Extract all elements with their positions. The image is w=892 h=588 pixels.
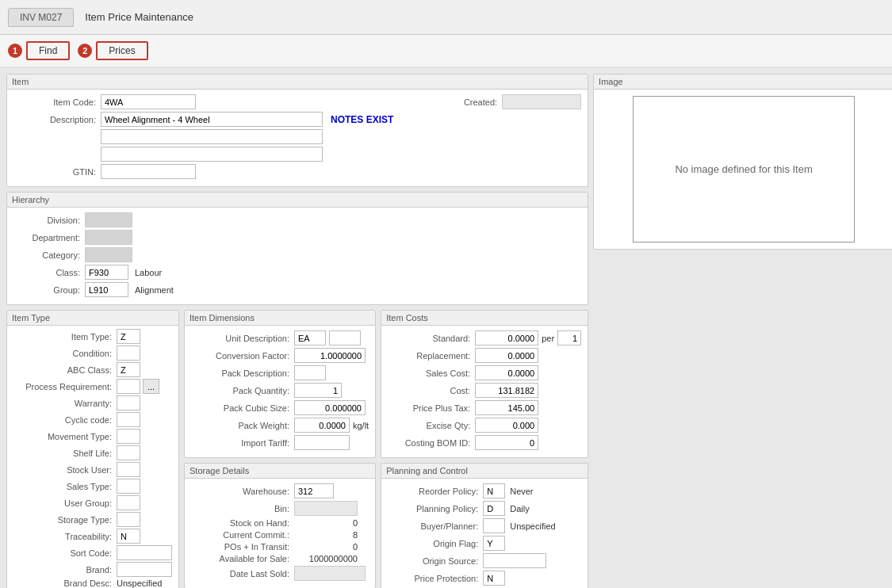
planning-panel: Planning and Control Reorder Policy: Nev…: [381, 463, 588, 588]
pack-weight-row: Pack Weight: kg/lt: [191, 418, 369, 433]
planning-policy-code-input[interactable]: [483, 501, 505, 516]
available-row: Available for Sale: 1000000000: [191, 554, 369, 563]
notes-exist-link[interactable]: NOTES EXIST: [331, 114, 393, 125]
user-group-row: User Group:: [13, 495, 172, 510]
excise-qty-input[interactable]: [475, 418, 538, 433]
right-column: Image No image defined for this Item: [593, 74, 892, 588]
item-costs-panel: Item Costs Standard: per Replacement:: [381, 310, 588, 458]
find-button[interactable]: Find: [26, 41, 70, 60]
stock-user-input[interactable]: [117, 462, 140, 477]
description-label: Description:: [13, 115, 101, 124]
item-costs-body: Standard: per Replacement: Sales Cost:: [381, 326, 588, 457]
excise-qty-row: Excise Qty:: [388, 418, 581, 433]
warranty-input[interactable]: [117, 395, 140, 410]
step1-badge: 1: [8, 44, 22, 58]
process-req-browse-btn[interactable]: ...: [143, 379, 159, 394]
storage-type-input[interactable]: [117, 512, 140, 527]
item-code-label: Item Code:: [13, 97, 101, 107]
abc-class-input[interactable]: [117, 362, 140, 377]
origin-source-input[interactable]: [483, 553, 546, 568]
conversion-factor-input[interactable]: [294, 348, 366, 363]
pack-qty-input[interactable]: [294, 383, 342, 398]
item-type-input[interactable]: [117, 329, 140, 344]
stock-user-row: Stock User:: [13, 462, 172, 477]
buyer-planner-desc: Unspecified: [510, 521, 555, 531]
unit-desc-extra-input[interactable]: [329, 330, 361, 346]
warehouse-input[interactable]: [294, 483, 334, 498]
process-req-input[interactable]: [117, 379, 140, 394]
planning-policy-row: Planning Policy: Daily: [388, 501, 581, 516]
page-title: Item Price Maintenance: [77, 11, 193, 23]
prices-button[interactable]: Prices: [96, 41, 147, 60]
condition-input[interactable]: [117, 346, 140, 361]
description-input[interactable]: [101, 112, 323, 127]
planning-panel-title: Planning and Control: [381, 464, 588, 479]
standard-input[interactable]: [475, 330, 538, 346]
sales-cost-label: Sales Cost:: [388, 368, 475, 378]
user-group-input[interactable]: [117, 495, 140, 510]
brand-row: Brand:: [13, 562, 172, 577]
price-plus-tax-label: Price Plus Tax:: [388, 403, 475, 413]
price-plus-tax-input[interactable]: [475, 400, 538, 415]
import-tariff-input[interactable]: [294, 435, 350, 450]
pack-desc-input[interactable]: [294, 365, 326, 380]
reorder-policy-desc: Never: [510, 487, 533, 496]
module-tab[interactable]: INV M027: [8, 8, 74, 27]
planning-policy-desc: Daily: [510, 504, 529, 514]
pack-weight-unit: kg/lt: [353, 421, 369, 430]
cyclic-code-input[interactable]: [117, 412, 140, 427]
division-input[interactable]: [85, 212, 132, 227]
gtin-input[interactable]: [101, 164, 196, 179]
buyer-planner-label: Buyer/Planner:: [388, 521, 483, 531]
replacement-input[interactable]: [475, 348, 538, 363]
traceability-input[interactable]: [117, 529, 140, 544]
image-panel: Image No image defined for this Item: [593, 74, 892, 250]
buyer-planner-row: Buyer/Planner: Unspecified: [388, 518, 581, 533]
brand-desc-value: Unspecified: [117, 578, 162, 588]
sales-type-input[interactable]: [117, 479, 140, 494]
unit-desc-label: Unit Description:: [191, 334, 294, 343]
per-value-input[interactable]: [557, 330, 581, 346]
image-placeholder: No image defined for this Item: [633, 96, 855, 242]
gtin-label: GTIN:: [13, 167, 101, 177]
hierarchy-panel: Hierarchy Division: Department: Category…: [6, 192, 588, 305]
per-label: per: [542, 334, 554, 343]
costing-bom-input[interactable]: [475, 435, 538, 450]
image-panel-body: No image defined for this Item: [594, 90, 892, 249]
cost-label: Cost:: [388, 386, 475, 395]
sort-code-input[interactable]: [117, 545, 172, 560]
desc-line3-input[interactable]: [101, 147, 323, 162]
brand-input[interactable]: [117, 562, 172, 577]
reorder-policy-code-input[interactable]: [483, 483, 505, 498]
pack-qty-row: Pack Quantity:: [191, 383, 369, 398]
class-code-input[interactable]: [85, 265, 128, 280]
item-type-panel: Item Type Item Type: Condition: ABC Clas…: [6, 310, 179, 588]
desc-line2-input[interactable]: [101, 129, 323, 144]
reorder-policy-row: Reorder Policy: Never: [388, 483, 581, 498]
unit-desc-input[interactable]: [294, 330, 326, 346]
pack-weight-input[interactable]: [294, 418, 350, 433]
abc-class-row: ABC Class:: [13, 362, 172, 377]
shelf-life-input[interactable]: [117, 445, 140, 460]
group-code-input[interactable]: [85, 282, 128, 297]
replacement-row: Replacement:: [388, 348, 581, 363]
pack-cubic-input[interactable]: [294, 400, 366, 415]
origin-source-label: Origin Source:: [388, 556, 483, 566]
group-label: Group:: [13, 285, 85, 295]
sales-cost-input[interactable]: [475, 365, 538, 380]
price-protection-input[interactable]: [483, 571, 505, 586]
category-label: Category:: [13, 250, 85, 260]
item-dimensions-body: Unit Description: Conversion Factor: Pac…: [185, 326, 375, 457]
description-row: Description: NOTES EXIST: [13, 112, 581, 127]
category-input[interactable]: [85, 247, 132, 262]
buyer-planner-code-input[interactable]: [483, 518, 505, 533]
origin-flag-input[interactable]: [483, 536, 505, 551]
cost-input[interactable]: [475, 383, 538, 398]
movement-type-input[interactable]: [117, 429, 140, 444]
created-input: [502, 94, 581, 109]
item-code-input[interactable]: [101, 94, 196, 109]
shelf-life-label: Shelf Life:: [13, 449, 117, 458]
prices-btn-wrap: 2 Prices: [78, 41, 147, 60]
department-input[interactable]: [85, 230, 132, 245]
cyclic-code-row: Cyclic code:: [13, 412, 172, 427]
